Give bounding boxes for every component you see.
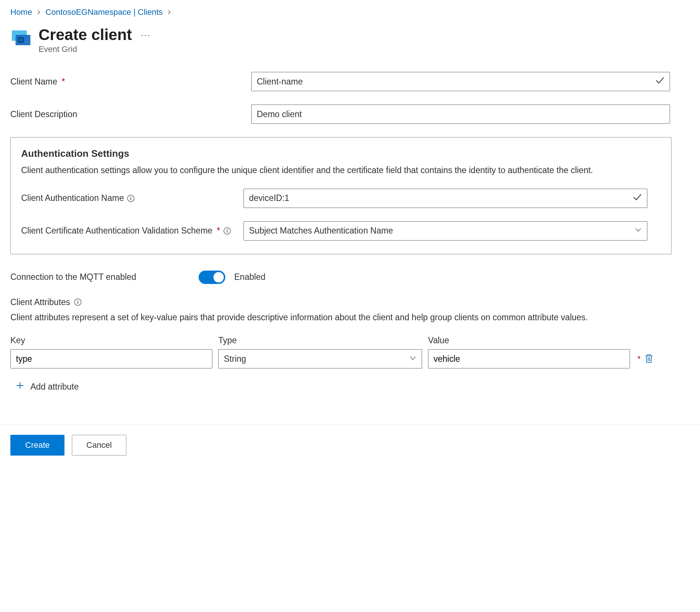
attributes-col-value: Value bbox=[428, 335, 630, 345]
plus-icon bbox=[16, 381, 24, 392]
client-auth-name-input[interactable] bbox=[243, 189, 647, 208]
mqtt-toggle[interactable] bbox=[199, 271, 225, 284]
attribute-value-input[interactable] bbox=[428, 349, 630, 368]
info-icon[interactable] bbox=[223, 227, 231, 235]
attribute-key-input[interactable] bbox=[10, 349, 212, 368]
client-attributes-description: Client attributes represent a set of key… bbox=[10, 311, 670, 324]
page-header: Create client ··· Event Grid bbox=[10, 26, 690, 54]
attributes-col-key: Key bbox=[10, 335, 212, 345]
auth-section-title: Authentication Settings bbox=[21, 148, 661, 159]
client-description-label: Client Description bbox=[10, 109, 251, 119]
info-icon[interactable] bbox=[74, 298, 82, 306]
footer-actions: Create Cancel bbox=[0, 424, 700, 466]
cert-scheme-select[interactable]: Subject Matches Authentication Name bbox=[243, 221, 647, 241]
svg-rect-12 bbox=[77, 301, 78, 304]
auth-section-description: Client authentication settings allow you… bbox=[21, 164, 661, 177]
client-attributes-heading: Client Attributes bbox=[10, 297, 70, 307]
cert-scheme-label: Client Certificate Authentication Valida… bbox=[21, 225, 243, 236]
client-description-input[interactable] bbox=[251, 105, 670, 124]
svg-point-8 bbox=[227, 229, 228, 229]
svg-rect-6 bbox=[130, 198, 131, 200]
breadcrumb-namespace-clients[interactable]: ContosoEGNamespace | Clients bbox=[46, 7, 163, 17]
svg-point-11 bbox=[77, 300, 78, 301]
trash-icon bbox=[644, 359, 653, 364]
mqtt-toggle-state: Enabled bbox=[234, 272, 265, 282]
svg-rect-3 bbox=[20, 39, 22, 41]
authentication-settings-section: Authentication Settings Client authentic… bbox=[10, 137, 671, 254]
add-attribute-button[interactable]: Add attribute bbox=[10, 379, 690, 394]
breadcrumb: Home ContosoEGNamespace | Clients bbox=[10, 7, 690, 17]
create-button[interactable]: Create bbox=[10, 435, 64, 456]
attributes-table: Key Type String Value * bbox=[10, 335, 670, 368]
chevron-right-icon bbox=[37, 9, 41, 16]
client-name-input[interactable] bbox=[251, 72, 670, 91]
attributes-col-type: Type bbox=[218, 335, 422, 345]
page-subtitle: Event Grid bbox=[39, 44, 150, 54]
delete-attribute-button[interactable] bbox=[643, 352, 655, 366]
cancel-button[interactable]: Cancel bbox=[72, 435, 126, 456]
more-actions-button[interactable]: ··· bbox=[141, 30, 150, 40]
required-indicator: * bbox=[637, 354, 641, 364]
info-icon[interactable] bbox=[127, 194, 135, 202]
client-auth-name-label: Client Authentication Name bbox=[21, 193, 243, 203]
chevron-down-icon bbox=[409, 354, 417, 364]
chevron-down-icon bbox=[634, 226, 642, 236]
mqtt-toggle-label: Connection to the MQTT enabled bbox=[10, 272, 199, 282]
client-name-label: Client Name* bbox=[10, 77, 251, 87]
svg-point-5 bbox=[130, 196, 131, 197]
attribute-type-select[interactable]: String bbox=[218, 349, 422, 368]
svg-rect-9 bbox=[227, 230, 228, 233]
event-grid-icon bbox=[10, 28, 31, 49]
breadcrumb-home[interactable]: Home bbox=[10, 7, 32, 17]
page-title: Create client bbox=[39, 26, 132, 44]
chevron-right-icon bbox=[167, 9, 172, 16]
